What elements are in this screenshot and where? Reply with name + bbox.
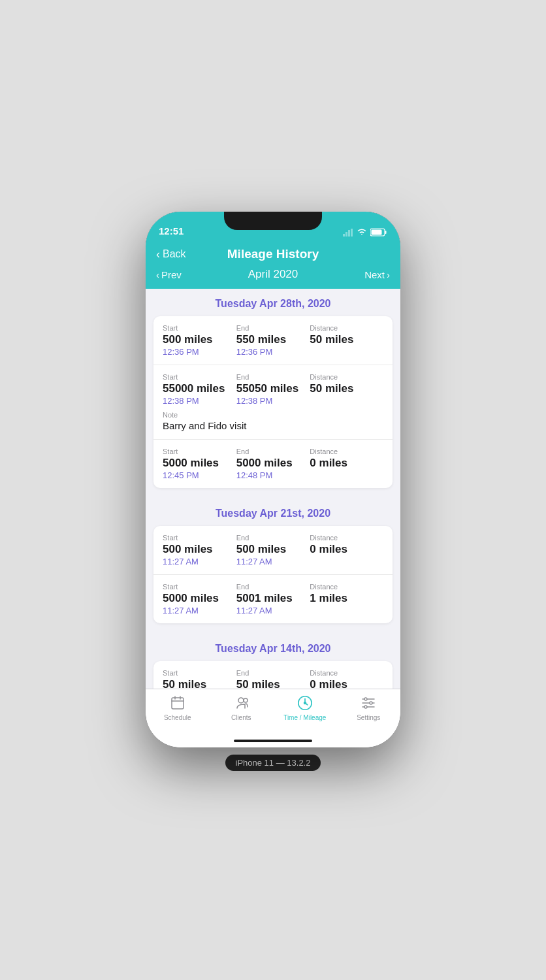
- note-label: Note: [163, 411, 383, 419]
- next-button[interactable]: Next ›: [364, 269, 390, 280]
- start-miles: 55000 miles: [163, 382, 236, 395]
- tab-bar: Schedule Clients: [146, 689, 400, 737]
- start-time: 12:45 PM: [163, 470, 236, 480]
- trip-cols: Start 50 miles 3:01 PM End 50 miles 3:02…: [163, 669, 383, 689]
- trip-cols: Start 5000 miles 12:45 PM End 5000 miles…: [163, 448, 383, 480]
- day-title-2: Tuesday Apr 14th, 2020: [156, 643, 390, 655]
- trip-start-col: Start 5000 miles 12:45 PM: [163, 448, 236, 480]
- trip-end-col: End 5000 miles 12:48 PM: [236, 448, 310, 480]
- end-label: End: [236, 534, 310, 542]
- end-miles: 50 miles: [236, 678, 310, 689]
- distance-label: Distance: [310, 373, 383, 381]
- trip-row[interactable]: Start 55000 miles 12:38 PM End 55050 mil…: [153, 365, 393, 440]
- distance-value: 50 miles: [310, 382, 383, 395]
- phone-screen: 12:51: [146, 212, 400, 747]
- trip-end-col: End 500 miles 11:27 AM: [236, 534, 310, 566]
- distance-label: Distance: [310, 534, 383, 542]
- status-icons: [343, 228, 387, 237]
- next-label: Next: [364, 269, 385, 280]
- svg-rect-3: [351, 229, 353, 237]
- start-time: 11:27 AM: [163, 606, 236, 615]
- back-label: Back: [163, 248, 186, 260]
- tab-time-mileage[interactable]: Time / Mileage: [273, 689, 337, 724]
- distance-value: 0 miles: [310, 543, 383, 556]
- end-miles: 5001 miles: [236, 592, 310, 605]
- battery-icon: [370, 228, 387, 237]
- svg-point-18: [364, 698, 367, 700]
- trip-cols: Start 5000 miles 11:27 AM End 5001 miles…: [163, 583, 383, 615]
- svg-rect-7: [172, 698, 184, 709]
- back-button[interactable]: ‹ Back: [156, 248, 186, 261]
- distance-value: 1 miles: [310, 592, 383, 605]
- start-label: Start: [163, 373, 236, 381]
- trip-row[interactable]: Start 500 miles 12:36 PM End 550 miles 1…: [153, 316, 393, 365]
- end-label: End: [236, 324, 310, 332]
- trip-start-col: Start 50 miles 3:01 PM: [163, 669, 236, 689]
- schedule-icon: [169, 694, 186, 711]
- svg-rect-6: [372, 230, 382, 235]
- end-time: 11:27 AM: [236, 557, 310, 566]
- trip-start-col: Start 500 miles 12:36 PM: [163, 324, 236, 357]
- start-miles: 50 miles: [163, 678, 236, 689]
- trip-end-col: End 550 miles 12:36 PM: [236, 324, 310, 357]
- end-time: 11:27 AM: [236, 606, 310, 615]
- trip-row[interactable]: Start 50 miles 3:01 PM End 50 miles 3:02…: [153, 661, 393, 689]
- next-chevron-icon: ›: [387, 269, 390, 280]
- tab-clients[interactable]: Clients: [210, 689, 274, 724]
- svg-rect-1: [345, 232, 347, 237]
- distance-label: Distance: [310, 669, 383, 677]
- svg-rect-0: [343, 234, 345, 237]
- trip-row[interactable]: Start 500 miles 11:27 AM End 500 miles 1…: [153, 526, 393, 575]
- trip-row[interactable]: Start 5000 miles 11:27 AM End 5001 miles…: [153, 575, 393, 623]
- trip-distance-col: Distance 0 miles: [310, 448, 383, 480]
- day-header-2: Tuesday Apr 14th, 2020: [146, 634, 400, 661]
- day-header-0: Tuesday Apr 28th, 2020: [146, 289, 400, 316]
- start-miles: 5000 miles: [163, 592, 236, 605]
- end-label: End: [236, 373, 310, 381]
- end-miles: 500 miles: [236, 543, 310, 556]
- settings-icon: [360, 694, 377, 711]
- svg-rect-2: [348, 230, 350, 237]
- tab-schedule[interactable]: Schedule: [146, 689, 210, 724]
- home-indicator: [146, 737, 400, 747]
- trip-start-col: Start 55000 miles 12:38 PM: [163, 373, 236, 406]
- distance-label: Distance: [310, 448, 383, 455]
- day-header-1: Tuesday Apr 21st, 2020: [146, 498, 400, 526]
- distance-value: 50 miles: [310, 333, 383, 346]
- prev-chevron-icon: ‹: [156, 269, 159, 280]
- start-time: 11:27 AM: [163, 557, 236, 566]
- svg-point-20: [364, 706, 367, 708]
- prev-button[interactable]: ‹ Prev: [156, 269, 182, 280]
- start-label: Start: [163, 534, 236, 542]
- start-label: Start: [163, 324, 236, 332]
- trip-cols: Start 55000 miles 12:38 PM End 55050 mil…: [163, 373, 383, 406]
- content-area[interactable]: Tuesday Apr 28th, 2020 Start 500 miles 1…: [146, 289, 400, 689]
- start-miles: 5000 miles: [163, 457, 236, 470]
- trip-cols: Start 500 miles 12:36 PM End 550 miles 1…: [163, 324, 383, 357]
- phone-notch: [224, 212, 322, 230]
- time-mileage-icon: [297, 694, 313, 711]
- day-card-0: Start 500 miles 12:36 PM End 550 miles 1…: [153, 316, 393, 488]
- end-time: 12:36 PM: [236, 347, 310, 357]
- trip-end-col: End 50 miles 3:02 PM: [236, 669, 310, 689]
- wifi-icon: [357, 229, 367, 237]
- back-chevron-icon: ‹: [156, 248, 160, 261]
- month-label: April 2020: [248, 268, 298, 281]
- day-title-0: Tuesday Apr 28th, 2020: [156, 298, 390, 310]
- trip-row[interactable]: Start 5000 miles 12:45 PM End 5000 miles…: [153, 440, 393, 488]
- trip-distance-col: Distance 50 miles: [310, 373, 383, 406]
- trip-distance-col: Distance 1 miles: [310, 583, 383, 615]
- day-section-2: Tuesday Apr 14th, 2020 Start 50 miles 3:…: [146, 634, 400, 689]
- start-miles: 500 miles: [163, 333, 236, 346]
- month-navigation: ‹ Prev April 2020 Next ›: [156, 268, 390, 281]
- tab-time-mileage-label: Time / Mileage: [283, 714, 326, 721]
- svg-point-11: [238, 698, 244, 703]
- end-label: End: [236, 669, 310, 677]
- day-card-2: Start 50 miles 3:01 PM End 50 miles 3:02…: [153, 661, 393, 689]
- note-text: Barry and Fido visit: [163, 420, 383, 431]
- app-header: ‹ Back Mileage History ‹ Prev April 2020…: [146, 240, 400, 289]
- tab-settings[interactable]: Settings: [337, 689, 401, 724]
- trip-start-col: Start 5000 miles 11:27 AM: [163, 583, 236, 615]
- trip-end-col: End 5001 miles 11:27 AM: [236, 583, 310, 615]
- home-bar: [234, 740, 312, 742]
